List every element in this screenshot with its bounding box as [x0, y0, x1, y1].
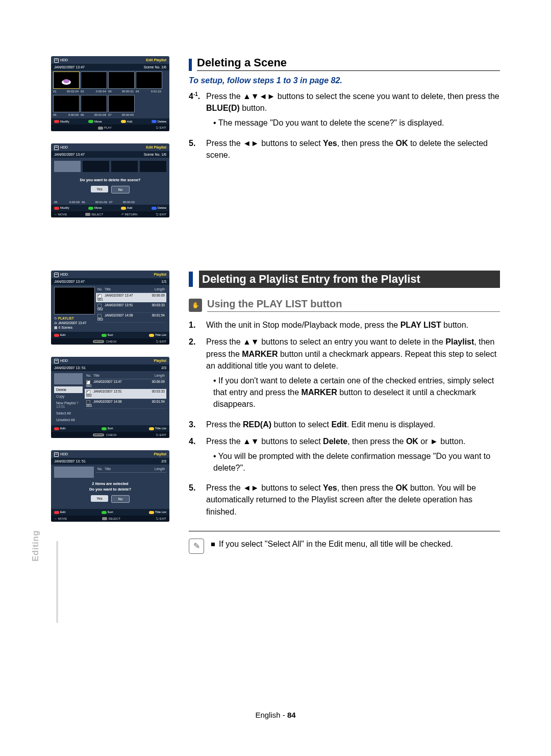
- confirm-message: Do you want to delete?: [51, 487, 169, 492]
- menu-item-unselect-all[interactable]: Unselect All: [54, 417, 83, 423]
- step-item: 4-1. Press the ▲▼◄► buttons to select th…: [189, 90, 500, 132]
- scene-cell[interactable]: 0100:02:24: [53, 71, 79, 93]
- playlist-row[interactable]: 002JAN/02/2007 13:5100:03:33: [85, 389, 166, 399]
- scene-cell[interactable]: 0300:00:31: [108, 71, 134, 93]
- step-item: 3. Press the RED(A) button to select Edi…: [189, 419, 500, 430]
- hdd-icon: [54, 145, 59, 150]
- yellow-pill-icon: [121, 120, 126, 123]
- menu-item-delete[interactable]: Delete: [54, 386, 83, 393]
- yes-button[interactable]: Yes: [91, 495, 108, 502]
- playlist-row[interactable]: 002JAN/02/2007 13:5100:03:33: [96, 303, 166, 313]
- playlist-row[interactable]: 003JAN/02/2007 14:0800:01:54: [96, 313, 166, 323]
- no-button[interactable]: No: [111, 186, 130, 193]
- scene-cell[interactable]: 020:00:34: [81, 71, 106, 93]
- note-block: ✎ If you select "Select All" in the Edit…: [189, 531, 500, 554]
- osd-scene-counter: Scene No. 1/6: [144, 65, 166, 69]
- osd-delete-scene-confirm: HDD Edit Playlist JAN/02/2007 13:47 Scen…: [51, 143, 169, 217]
- step-item: 4. Press the ▲▼ buttons to select Delete…: [189, 435, 500, 477]
- playlist-row[interactable]: 001JAN/02/2007 13:4700:06:09: [96, 293, 166, 303]
- page-footer: English - 84: [0, 711, 551, 719]
- osd-playlist-edit-menu: HDD Playlist JAN/02/2007 13: 51 2/3 Dele…: [51, 357, 169, 438]
- step-item: 2. Press the ▲▼ buttons to select an ent…: [189, 336, 500, 413]
- sidebar-tab: [46, 541, 58, 623]
- playlist-row[interactable]: 001JAN/02/2007 13:4700:06:09: [85, 379, 166, 389]
- osd-source: HDD: [60, 58, 68, 62]
- no-button[interactable]: No: [111, 495, 130, 503]
- section-title: Deleting a Scene: [197, 56, 287, 69]
- play-key-icon: [98, 127, 103, 130]
- menu-item-new-playlist[interactable]: New Playlist 7 13:51: [54, 400, 83, 410]
- scene-cell[interactable]: 0700:00:00: [108, 95, 134, 116]
- subsection-title: Using the PLAY LIST button: [207, 298, 500, 312]
- step-bullet: If you don't want to delete a certain on…: [213, 375, 500, 410]
- osd-title: Edit Playlist: [146, 58, 166, 63]
- osd-playlist-delete-confirm: HDD Playlist JAN/02/2007 13: 51 2/3 No.T…: [51, 450, 169, 522]
- yes-button[interactable]: Yes: [91, 186, 108, 192]
- red-pill-icon: [54, 120, 59, 123]
- scene-cell[interactable]: 040:01:22: [136, 71, 161, 93]
- section-accent-bar: [189, 59, 192, 71]
- step-item: 1. With the unit in Stop mode/Playback m…: [189, 319, 500, 331]
- blue-pill-icon: [152, 120, 157, 123]
- osd-edit-playlist-grid: HDD Edit Playlist JAN/02/2007 13:47 Scen…: [51, 56, 169, 131]
- marker-key-icon: MARKER: [93, 340, 104, 343]
- confirm-count: 2 items are selected: [51, 482, 169, 486]
- note-icon: ✎: [189, 539, 204, 554]
- osd-date: JAN/02/2007 13:47: [54, 65, 85, 69]
- confirm-message: Do you want to delete the scene?: [51, 172, 169, 186]
- playlist-thumbnail: [54, 287, 95, 314]
- green-pill-icon: [88, 120, 93, 123]
- step-bullet: The message "Do you want to delete the s…: [213, 117, 500, 129]
- section-title: Deleting a Playlist Entry from the Playl…: [199, 271, 500, 288]
- sidebar-chapter-label: Editing: [31, 530, 41, 562]
- hand-icon: ✋: [189, 299, 202, 312]
- menu-item-select-all[interactable]: Select All: [54, 410, 83, 417]
- section-accent-bar: [189, 272, 193, 287]
- scene-cell[interactable]: 0600:01:06: [81, 95, 106, 116]
- hdd-icon: [54, 58, 59, 63]
- step-item: 5. Press the ◄► buttons to select Yes, t…: [189, 482, 500, 518]
- step-bullet: You will be prompted with the delete con…: [213, 450, 500, 474]
- svg-point-1: [63, 79, 69, 83]
- menu-item-copy[interactable]: Copy: [54, 393, 83, 400]
- setup-note: To setup, follow steps 1 to 3 in page 82…: [189, 76, 500, 85]
- osd-playlist: HDD Playlist JAN/02/2007 13:47 1/3 ↻ PLA…: [51, 271, 169, 345]
- scene-cell[interactable]: 050:00:09: [53, 95, 79, 116]
- playlist-row[interactable]: 003JAN/02/2007 14:0800:01:54: [85, 399, 166, 409]
- step-item: 5. Press the ◄► buttons to select Yes, t…: [189, 137, 500, 161]
